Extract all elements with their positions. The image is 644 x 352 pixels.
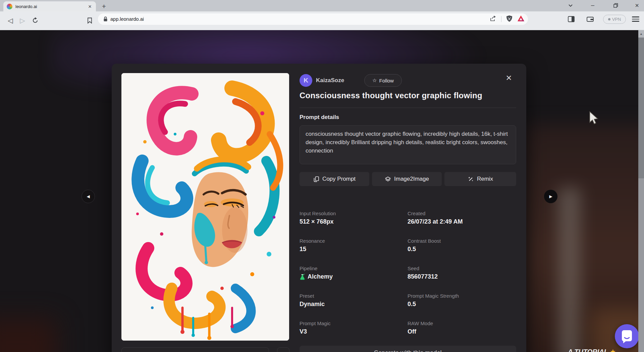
lock-icon <box>103 16 108 22</box>
avatar[interactable]: K <box>300 74 312 87</box>
brave-rewards-triangle-icon[interactable] <box>517 15 525 23</box>
backdrop-blur <box>559 188 580 352</box>
watermark-partial: A TUTORIAL ★ <box>568 348 635 352</box>
detail-contrast-boost: Contrast Boost 0.5 <box>408 238 516 253</box>
scrollbar-up-icon[interactable]: ▲ <box>638 30 644 38</box>
copy-prompt-button[interactable]: Copy Prompt <box>300 172 369 186</box>
vpn-dot-icon <box>608 18 610 20</box>
image-title: Consciousness thought vector graphic flo… <box>300 91 518 100</box>
new-tab-button[interactable]: + <box>100 2 108 11</box>
follow-button[interactable]: ☆ Follow <box>364 74 402 87</box>
generate-with-model-button[interactable]: Generate with this model <box>300 346 516 352</box>
remix-wand-icon <box>468 176 474 182</box>
tab-close-icon[interactable]: × <box>87 4 93 9</box>
layers-icon <box>385 176 391 182</box>
star-icon: ☆ <box>372 77 377 83</box>
mouse-cursor <box>588 111 600 127</box>
generated-image[interactable] <box>121 73 289 341</box>
detail-input-resolution: Input Resolution 512 × 768px <box>300 211 408 225</box>
url-text: app.leonardo.ai <box>110 16 144 22</box>
chat-icon <box>620 329 634 344</box>
window-dropdown-icon[interactable] <box>566 2 576 10</box>
sidebar-panel-icon[interactable] <box>568 15 575 24</box>
follow-label: Follow <box>379 78 394 83</box>
vpn-label: VPN <box>612 17 621 22</box>
browser-titlebar <box>0 0 644 11</box>
spark-icon: ★ <box>610 348 616 352</box>
backdrop-blur <box>0 318 57 352</box>
remix-button[interactable]: Remix <box>444 172 516 186</box>
username[interactable]: KaizaSoze <box>316 77 344 84</box>
divider <box>300 108 516 108</box>
copy-icon <box>313 176 319 182</box>
support-chat-button[interactable] <box>615 324 639 348</box>
detail-raw-mode: RAW Mode Off <box>408 320 516 335</box>
detail-prompt-magic: Prompt Magic V3 <box>300 320 408 335</box>
bookmark-icon[interactable] <box>84 15 95 26</box>
scrollbar-thumb[interactable] <box>638 38 644 178</box>
detail-created: Created 26/07/23 at 2:49 AM <box>408 211 516 225</box>
window-restore-icon[interactable] <box>610 2 621 10</box>
previous-image-button[interactable]: ◀ <box>82 190 95 203</box>
back-button[interactable]: ◁ <box>5 15 16 26</box>
share-icon[interactable] <box>489 15 496 23</box>
wallet-icon[interactable] <box>586 15 594 24</box>
leonardo-favicon <box>7 4 12 9</box>
next-image-button[interactable]: ▶ <box>544 190 557 203</box>
vpn-button[interactable]: VPN <box>603 15 626 24</box>
brave-shield-icon[interactable] <box>506 15 513 23</box>
screen: leonardo.ai × + – × ◁ ▷ app.leonardo.ai <box>0 0 644 352</box>
url-bar[interactable]: app.leonardo.ai <box>98 13 528 25</box>
window-minimize-icon[interactable]: – <box>588 2 598 10</box>
generation-details: Input Resolution 512 × 768px Created 26/… <box>300 211 516 335</box>
prompt-details-heading: Prompt details <box>300 114 339 121</box>
forward-button: ▷ <box>17 15 28 26</box>
menu-icon[interactable] <box>632 15 639 23</box>
tab-title: leonardo.ai <box>15 4 84 9</box>
detail-seed: Seed 856077312 <box>408 266 516 280</box>
window-close-icon[interactable]: × <box>632 2 642 10</box>
divider <box>501 16 501 22</box>
browser-tab[interactable]: leonardo.ai × <box>3 1 96 11</box>
detail-resonance: Resonance 15 <box>300 238 408 253</box>
detail-pipeline: Pipeline Alchemy <box>300 266 408 280</box>
detail-prompt-magic-strength: Prompt Magic Strength 0.5 <box>408 293 516 308</box>
alchemy-flask-icon <box>300 274 305 280</box>
prompt-text: consciousness thought vector graphic flo… <box>300 125 516 164</box>
modal-close-icon[interactable]: × <box>503 72 515 84</box>
detail-preset: Preset Dynamic <box>300 293 408 308</box>
reload-button[interactable] <box>30 15 41 26</box>
image2image-button[interactable]: Image2Image <box>372 172 442 186</box>
image-footer-bar[interactable] <box>121 347 269 352</box>
image-footer-button[interactable] <box>277 347 289 352</box>
